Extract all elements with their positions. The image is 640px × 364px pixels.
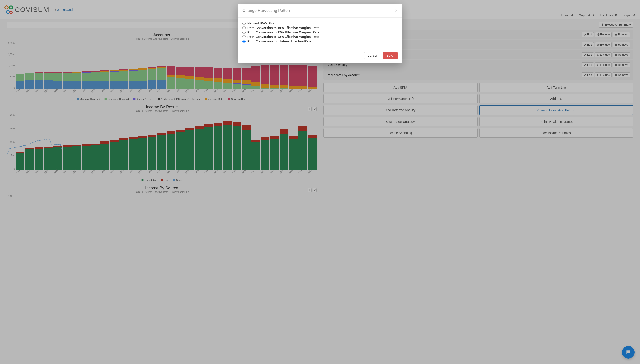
harvest-option[interactable]: Roth Conversion to 22% Effective Margina…: [243, 35, 397, 38]
modal-title: Change Harvesting Pattern: [243, 8, 291, 13]
radio-input[interactable]: [243, 35, 246, 38]
radio-input[interactable]: [243, 40, 246, 43]
save-button[interactable]: Save: [383, 52, 397, 59]
change-harvesting-modal: Change Harvesting Pattern × Harvest IRA'…: [238, 4, 402, 63]
cancel-button[interactable]: Cancel: [364, 52, 380, 59]
harvest-option[interactable]: Roth Conversion to 12% Effective Margina…: [243, 30, 397, 34]
harvest-option[interactable]: Roth Conversion to Lifetime Effective Ra…: [243, 40, 397, 43]
radio-input[interactable]: [243, 22, 246, 25]
radio-input[interactable]: [243, 26, 246, 30]
close-icon[interactable]: ×: [395, 8, 397, 13]
harvest-option[interactable]: Harvest IRA's First: [243, 22, 397, 25]
radio-input[interactable]: [243, 31, 246, 34]
harvest-option[interactable]: Roth Conversion to 10% Effective Margina…: [243, 26, 397, 30]
